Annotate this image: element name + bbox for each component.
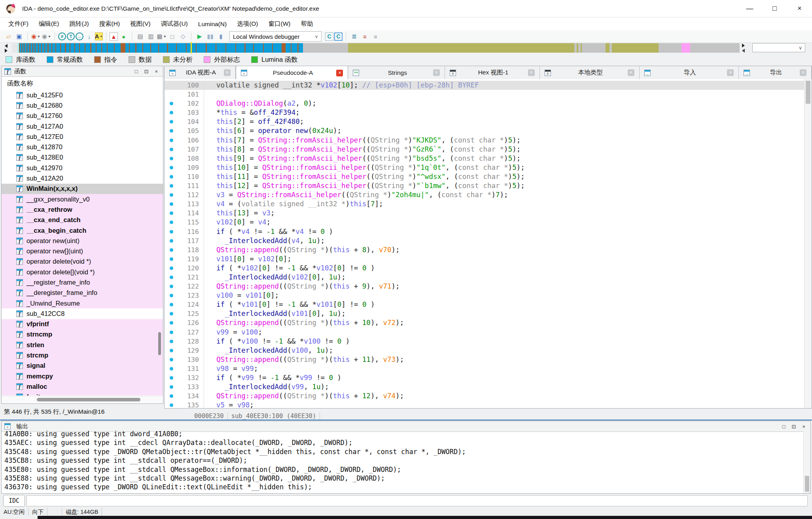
function-list-item[interactable]: fsub_412760 [2,111,163,121]
band-scroll-right-icon[interactable] [5,49,8,53]
menu-item[interactable]: 视图(V) [125,20,156,28]
code-gutter[interactable]: 131 [165,364,204,373]
code-gutter[interactable]: 116 [165,227,204,236]
code-line[interactable]: 135v5 = v98; [165,401,804,408]
snapshot-icon[interactable]: ▦▼ [157,32,167,41]
panel-close-icon[interactable]: × [155,68,158,74]
code-line[interactable]: 104this[2] = off_42F480; [165,117,804,126]
code-gutter[interactable]: 100 [165,81,204,90]
view-tab[interactable]: ""Strings× [348,66,445,79]
code-line[interactable]: 134QString::append((QString *)(this + 12… [165,392,804,401]
functions-window-icon[interactable]: # [58,32,66,40]
code-gutter[interactable]: 114 [165,209,204,218]
scrollbar-thumb[interactable] [806,81,810,104]
open-file-icon[interactable]: ▱ [4,32,13,41]
function-list-item[interactable]: fsignal [2,361,163,371]
view-tab[interactable]: ≡Pseudocode-A× [236,66,348,80]
code-gutter[interactable]: 129 [165,346,204,355]
pause-debugger-icon[interactable]: ▮▮ [205,32,215,41]
code-gutter[interactable]: 109 [165,163,204,172]
code-gutter[interactable]: 122 [165,282,204,291]
code-gutter[interactable]: 123 [165,291,204,300]
menu-item[interactable]: 跳转(J) [64,20,94,28]
code-line[interactable]: 121 _InterlockedAdd(v102[0], 1u); [165,273,804,282]
panel-maximize-icon[interactable]: □ [135,68,138,74]
code-line[interactable]: 107this[8] = QString::fromAscii_helper((… [165,145,804,154]
function-list-item[interactable]: fmalloc [2,381,163,392]
function-list-item[interactable]: fsub_4127A0 [2,121,163,131]
code-gutter[interactable]: 105 [165,126,204,135]
code-line[interactable]: 102QDialog::QDialog(a2, 0); [165,99,804,108]
menu-item[interactable]: 窗口(W) [263,20,296,28]
output-log[interactable]: 41A0B0: using guessed type int dword_41A… [2,430,803,493]
menu-item[interactable]: 搜索(H) [94,20,125,28]
function-list-item[interactable]: foperator delete(void *) [2,257,163,267]
menu-item[interactable]: 选项(O) [232,20,263,28]
maximize-button[interactable]: □ [762,0,787,17]
function-list-item[interactable]: fsub_412970 [2,163,163,173]
function-list-item[interactable]: fsub_412870 [2,142,163,152]
function-list-item[interactable]: fstrlen [2,340,163,350]
function-list-item[interactable]: foperator new[](uint) [2,246,163,256]
copy-icon[interactable]: ▤ [135,32,145,41]
code-gutter[interactable]: 119 [165,255,204,264]
code-gutter[interactable]: 135 [165,401,204,408]
view-tab[interactable]: ≡IDA 视图-A× [165,66,236,79]
cli-language-button[interactable]: IDC [3,495,25,507]
code-gutter[interactable]: 121 [165,273,204,282]
code-line[interactable]: 125 _InterlockedAdd(v101[0], 1u); [165,309,804,318]
code-line[interactable]: 124if ( *v101[0] != -1 && *v101[0] != 0 … [165,300,804,309]
code-gutter[interactable]: 112 [165,190,204,200]
band-zoom-out-icon[interactable] [742,49,745,53]
code-line[interactable]: 128if ( *v100 != -1 && *v100 != 0 ) [165,337,804,346]
breakpoints-window-icon[interactable]: ▲ [110,32,118,41]
code-gutter[interactable]: 101 [165,90,204,99]
code-line[interactable]: 126QString::append((QString *)(this + 10… [165,318,804,327]
code-line[interactable]: 122QString::append((QString *)(this + 9)… [165,282,804,291]
function-list-item[interactable]: fsub_412680 [2,100,163,110]
code-line[interactable]: 123v100 = v101[0]; [165,291,804,300]
script-snippets-icon[interactable]: ≡ [360,32,370,41]
code-line[interactable]: 112v3 = QString::fromAscii_helper((QStri… [165,190,804,200]
code-gutter[interactable]: 102 [165,99,204,108]
view-tab[interactable]: →导出× [739,66,812,79]
code-gutter[interactable]: 104 [165,117,204,126]
function-list-item[interactable]: f_Unwind_Resume [2,298,163,308]
menu-item[interactable]: 文件(F) [3,20,34,28]
functions-panel-titlebar[interactable]: f 函数 □ ⊡ × [2,66,163,77]
names-window-icon[interactable]: T [67,32,75,40]
menu-item[interactable]: 调试器(U) [156,20,193,28]
close-button[interactable]: × [787,0,812,17]
function-list-item[interactable]: f__cxa_begin_catch [2,225,163,236]
lumina-icon[interactable]: ● [119,32,129,41]
code-gutter[interactable]: 133 [165,382,204,392]
quick-c-icon[interactable]: C [334,32,343,41]
paste-icon[interactable]: ▥ [146,32,156,41]
pseudocode-vertical-scrollbar[interactable] [804,79,812,408]
view-tab[interactable]: 0本地类型× [540,66,640,79]
function-list-item[interactable]: fsub_4125F0 [2,90,163,100]
code-gutter[interactable]: 124 [165,300,204,309]
nav-range-combobox[interactable]: ∨ [752,43,805,52]
output-vertical-scrollbar[interactable] [803,432,810,493]
functions-horizontal-scrollbar[interactable] [2,396,163,403]
band-zoom-in-icon[interactable] [742,44,745,48]
navigate-back-icon[interactable]: ◉▼ [31,32,41,41]
function-list-item[interactable]: fvfprintf [2,319,163,329]
code-line[interactable]: 129 _InterlockedAdd(v100, 1u); [165,346,804,355]
panel-close-icon[interactable]: × [802,424,805,430]
function-list-item[interactable]: fstrcmp [2,350,163,360]
band-scroll-left-icon[interactable] [5,44,8,48]
code-line[interactable]: 108this[9] = QString::fromAscii_helper((… [165,154,804,163]
code-gutter[interactable]: 106 [165,136,204,145]
code-line[interactable]: 131v98 = v99; [165,364,804,373]
code-line[interactable]: 101 [165,90,804,99]
code-gutter[interactable]: 107 [165,145,204,154]
menu-item[interactable]: 编辑(E) [34,20,64,28]
code-gutter[interactable]: 126 [165,318,204,327]
code-line[interactable]: 118QString::append((QString *)(this + 8)… [165,245,804,255]
minimize-button[interactable]: — [737,0,762,17]
function-list-item[interactable]: f__cxa_rethrow [2,204,163,215]
code-gutter[interactable]: 132 [165,373,204,382]
code-line[interactable]: 127v99 = v100; [165,328,804,337]
